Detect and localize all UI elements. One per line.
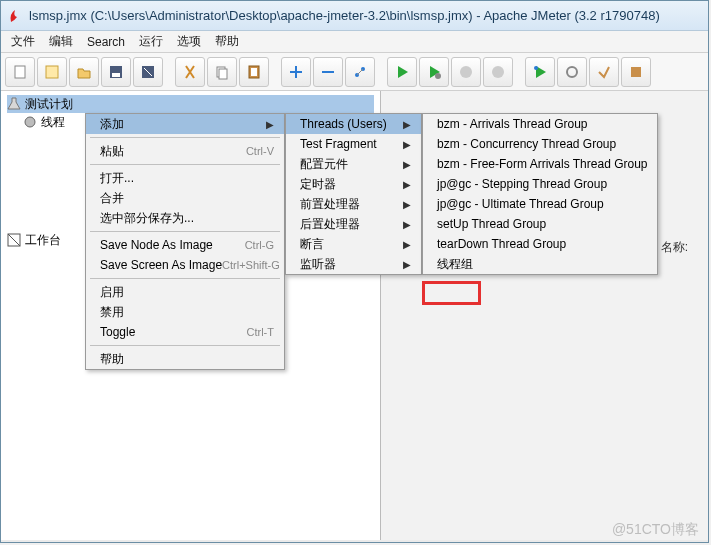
sub-threads[interactable]: Threads (Users)▶: [286, 114, 421, 134]
svg-point-14: [534, 66, 538, 70]
svg-rect-6: [219, 69, 227, 79]
chevron-right-icon: ▶: [403, 199, 411, 210]
tb-copy[interactable]: [207, 57, 237, 87]
tree-root-label: 测试计划: [25, 96, 73, 113]
svg-point-13: [492, 66, 504, 78]
menu-help[interactable]: 帮助: [215, 33, 239, 50]
menu-options[interactable]: 选项: [177, 33, 201, 50]
sub-fragment[interactable]: Test Fragment▶: [286, 134, 421, 154]
window-title: lsmsp.jmx (C:\Users\Administrator\Deskto…: [29, 8, 660, 23]
tg-jpgc-ultimate[interactable]: jp@gc - Ultimate Thread Group: [423, 194, 657, 214]
menu-search[interactable]: Search: [87, 35, 125, 49]
submenu-threads: bzm - Arrivals Thread Group bzm - Concur…: [422, 113, 658, 275]
svg-rect-16: [631, 67, 641, 77]
ctx-save-screen-image[interactable]: Save Screen As ImageCtrl+Shift-G: [86, 255, 284, 275]
chevron-right-icon: ▶: [403, 119, 411, 130]
chevron-right-icon: ▶: [403, 159, 411, 170]
context-menu: 添加▶ 粘贴Ctrl-V 打开... 合并 选中部分保存为... Save No…: [85, 113, 285, 370]
tb-templates[interactable]: [37, 57, 67, 87]
tb-start[interactable]: [387, 57, 417, 87]
tb-paste[interactable]: [239, 57, 269, 87]
tb-collapse[interactable]: [313, 57, 343, 87]
ctx-disable[interactable]: 禁用: [86, 302, 284, 322]
menu-file[interactable]: 文件: [11, 33, 35, 50]
tb-expand[interactable]: [281, 57, 311, 87]
ctx-merge[interactable]: 合并: [86, 188, 284, 208]
menubar: 文件 编辑 Search 运行 选项 帮助: [1, 31, 708, 53]
ctx-open[interactable]: 打开...: [86, 168, 284, 188]
tg-bzm-concurrency[interactable]: bzm - Concurrency Thread Group: [423, 134, 657, 154]
tg-bzm-freeform[interactable]: bzm - Free-Form Arrivals Thread Group: [423, 154, 657, 174]
tg-threadgroup[interactable]: 线程组: [423, 254, 657, 274]
svg-point-12: [460, 66, 472, 78]
svg-rect-3: [112, 73, 120, 77]
workbench-icon: [7, 233, 21, 247]
tb-open[interactable]: [69, 57, 99, 87]
tb-save[interactable]: [101, 57, 131, 87]
sub-assertion[interactable]: 断言▶: [286, 234, 421, 254]
svg-point-11: [435, 73, 441, 79]
tb-stop[interactable]: [451, 57, 481, 87]
svg-point-15: [567, 67, 577, 77]
tb-shutdown[interactable]: [483, 57, 513, 87]
sub-config[interactable]: 配置元件▶: [286, 154, 421, 174]
sub-preprocessor[interactable]: 前置处理器▶: [286, 194, 421, 214]
tg-bzm-arrivals[interactable]: bzm - Arrivals Thread Group: [423, 114, 657, 134]
submenu-add: Threads (Users)▶ Test Fragment▶ 配置元件▶ 定时…: [285, 113, 422, 275]
app-icon: [7, 8, 23, 24]
menu-run[interactable]: 运行: [139, 33, 163, 50]
tb-new[interactable]: [5, 57, 35, 87]
tb-clear-all[interactable]: [621, 57, 651, 87]
tg-teardown[interactable]: tearDown Thread Group: [423, 234, 657, 254]
tb-clear[interactable]: [589, 57, 619, 87]
gear-icon: [23, 115, 37, 129]
ctx-paste[interactable]: 粘贴Ctrl-V: [86, 141, 284, 161]
svg-rect-1: [46, 66, 58, 78]
titlebar: lsmsp.jmx (C:\Users\Administrator\Deskto…: [1, 1, 708, 31]
watermark: @51CTO博客: [612, 521, 699, 539]
tg-jpgc-stepping[interactable]: jp@gc - Stepping Thread Group: [423, 174, 657, 194]
tb-save-all[interactable]: [133, 57, 163, 87]
tb-cut[interactable]: [175, 57, 205, 87]
chevron-right-icon: ▶: [403, 239, 411, 250]
tree-child-label: 线程: [41, 114, 65, 131]
flask-icon: [7, 97, 21, 111]
ctx-toggle[interactable]: ToggleCtrl-T: [86, 322, 284, 342]
svg-rect-8: [251, 68, 257, 76]
sub-listener[interactable]: 监听器▶: [286, 254, 421, 274]
tree-root-testplan[interactable]: 测试计划: [7, 95, 374, 113]
name-label: 名称:: [661, 239, 688, 256]
tb-remote-stop[interactable]: [557, 57, 587, 87]
toolbar: [1, 53, 708, 91]
ctx-enable[interactable]: 启用: [86, 282, 284, 302]
svg-rect-0: [15, 66, 25, 78]
sub-postprocessor[interactable]: 后置处理器▶: [286, 214, 421, 234]
ctx-save-node-image[interactable]: Save Node As ImageCtrl-G: [86, 235, 284, 255]
ctx-save-selection[interactable]: 选中部分保存为...: [86, 208, 284, 228]
svg-point-17: [25, 117, 35, 127]
tg-setup[interactable]: setUp Thread Group: [423, 214, 657, 234]
ctx-help[interactable]: 帮助: [86, 349, 284, 369]
tb-toggle[interactable]: [345, 57, 375, 87]
sub-timer[interactable]: 定时器▶: [286, 174, 421, 194]
chevron-right-icon: ▶: [403, 259, 411, 270]
chevron-right-icon: ▶: [403, 139, 411, 150]
menu-edit[interactable]: 编辑: [49, 33, 73, 50]
tb-start-no-timers[interactable]: [419, 57, 449, 87]
chevron-right-icon: ▶: [266, 119, 274, 130]
ctx-add[interactable]: 添加▶: [86, 114, 284, 134]
tb-remote-start[interactable]: [525, 57, 555, 87]
tree-workbench-label: 工作台: [25, 232, 61, 249]
chevron-right-icon: ▶: [403, 179, 411, 190]
chevron-right-icon: ▶: [403, 219, 411, 230]
